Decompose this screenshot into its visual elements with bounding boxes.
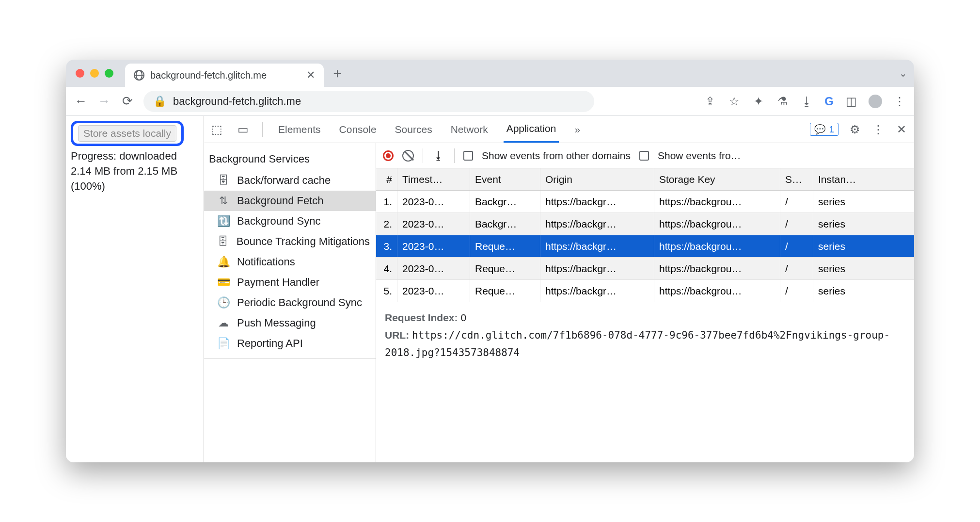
cell-scope: /: [780, 191, 813, 212]
table-row[interactable]: 1.2023-0…Backgr…https://backgr…https://b…: [376, 191, 914, 213]
url-value: https://cdn.glitch.com/7f1b6896-078d-477…: [385, 329, 890, 359]
divider: [262, 122, 263, 137]
checkbox-show-events[interactable]: [639, 151, 649, 161]
sidebar-item-icon: ☁: [217, 317, 230, 329]
cell-storage-key: https://backgrou…: [654, 191, 780, 212]
globe-icon: [134, 70, 144, 81]
sidebar-item[interactable]: 🗄Back/forward cache: [204, 170, 376, 191]
download-icon[interactable]: ⭳: [800, 95, 814, 108]
record-icon[interactable]: [383, 150, 394, 161]
sidebar-item[interactable]: 🔃Background Sync: [204, 211, 376, 231]
col-instance[interactable]: Instan…: [813, 168, 914, 190]
col-storage-key[interactable]: Storage Key: [654, 168, 780, 190]
kebab-icon[interactable]: ⋮: [871, 123, 885, 136]
chat-icon: 💬: [814, 124, 826, 135]
col-timestamp[interactable]: Timest…: [397, 168, 470, 190]
cell-number: 1.: [376, 191, 397, 212]
titlebar: background-fetch.glitch.me ✕ ＋ ⌄: [66, 60, 914, 87]
cell-number: 4.: [376, 258, 397, 279]
tab-console[interactable]: Console: [336, 116, 379, 143]
sidebar-item[interactable]: 🔔Notifications: [204, 252, 376, 272]
cell-event: Reque…: [470, 258, 540, 279]
inspect-icon[interactable]: ⬚: [210, 123, 223, 136]
browser-window: background-fetch.glitch.me ✕ ＋ ⌄ ← → ⟳ 🔒…: [66, 60, 914, 462]
checkbox-other-domains[interactable]: [463, 151, 473, 161]
new-tab-button[interactable]: ＋: [331, 64, 344, 82]
url-label: URL:: [385, 329, 409, 341]
issues-badge[interactable]: 💬 1: [810, 123, 838, 136]
cell-scope: /: [780, 213, 813, 235]
forward-button[interactable]: →: [97, 94, 111, 109]
back-button[interactable]: ←: [74, 94, 88, 109]
google-icon[interactable]: G: [824, 95, 834, 108]
cell-origin: https://backgr…: [540, 280, 654, 302]
tab-sources[interactable]: Sources: [392, 116, 435, 143]
address-bar: ← → ⟳ 🔒 background-fetch.glitch.me ⇪ ☆ ✦…: [66, 87, 914, 116]
omnibox[interactable]: 🔒 background-fetch.glitch.me: [143, 91, 594, 112]
sidebar-item[interactable]: ☁Push Messaging: [204, 313, 376, 333]
devtools-panel: ⬚ ▭ Elements Console Sources Network App…: [204, 116, 914, 462]
events-table: # Timest… Event Origin Storage Key S… In…: [376, 168, 914, 302]
cell-storage-key: https://backgrou…: [654, 235, 780, 257]
table-row[interactable]: 5.2023-0…Reque…https://backgr…https://ba…: [376, 280, 914, 302]
minimize-window-icon[interactable]: [90, 69, 99, 78]
issues-count: 1: [829, 124, 834, 135]
tabs-more[interactable]: »: [571, 116, 583, 143]
cell-origin: https://backgr…: [540, 213, 654, 235]
sidebar-item-label: Background Fetch: [237, 195, 324, 207]
col-origin[interactable]: Origin: [540, 168, 654, 190]
maximize-window-icon[interactable]: [105, 69, 113, 78]
clear-icon[interactable]: [402, 150, 414, 162]
cell-storage-key: https://backgrou…: [654, 280, 780, 302]
save-icon[interactable]: ⭳: [432, 149, 445, 163]
cell-instance: series: [813, 235, 914, 257]
sidebar-item-icon: 💳: [217, 276, 230, 289]
tabs-overflow-icon[interactable]: ⌄: [899, 67, 907, 79]
sidebar-item-label: Push Messaging: [237, 317, 316, 329]
sidebar-item[interactable]: ⇅Background Fetch: [204, 191, 376, 211]
sidebar-item-icon: 📄: [217, 337, 230, 350]
cell-instance: series: [813, 258, 914, 279]
table-row[interactable]: 4.2023-0…Reque…https://backgr…https://ba…: [376, 258, 914, 280]
col-scope[interactable]: S…: [780, 168, 813, 190]
col-number[interactable]: #: [376, 168, 397, 190]
cell-timestamp: 2023-0…: [397, 258, 470, 279]
events-toolbar: ⭳ Show events from other domains Show ev…: [376, 143, 914, 168]
sidebar-item-label: Background Sync: [237, 215, 320, 228]
menu-icon[interactable]: ⋮: [893, 95, 906, 108]
sidebar-item[interactable]: 📄Reporting API: [204, 333, 376, 354]
profile-avatar[interactable]: [869, 95, 882, 108]
cell-instance: series: [813, 280, 914, 302]
cell-event: Backgr…: [470, 213, 540, 235]
close-tab-icon[interactable]: ✕: [306, 69, 315, 82]
close-window-icon[interactable]: [76, 69, 84, 78]
cell-storage-key: https://backgrou…: [654, 258, 780, 279]
bookmark-icon[interactable]: ☆: [727, 95, 741, 108]
tab-elements[interactable]: Elements: [275, 116, 324, 143]
reading-list-icon[interactable]: ◫: [844, 95, 858, 108]
device-toggle-icon[interactable]: ▭: [236, 123, 250, 136]
tab-network[interactable]: Network: [448, 116, 491, 143]
share-icon[interactable]: ⇪: [703, 95, 717, 108]
extensions-icon[interactable]: ✦: [752, 95, 765, 108]
sidebar-item-label: Periodic Background Sync: [237, 296, 362, 309]
reload-button[interactable]: ⟳: [120, 94, 135, 109]
sidebar-item-icon: 🔔: [217, 256, 230, 268]
close-devtools-icon[interactable]: ✕: [895, 123, 908, 136]
store-assets-button[interactable]: Store assets locally: [78, 125, 176, 142]
divider: [423, 148, 423, 163]
sidebar-item[interactable]: 🕒Periodic Background Sync: [204, 293, 376, 313]
tab-application[interactable]: Application: [504, 116, 559, 143]
page-content: Store assets locally Progress: downloade…: [66, 116, 204, 462]
settings-icon[interactable]: ⚙: [848, 123, 862, 136]
sidebar-item[interactable]: 💳Payment Handler: [204, 272, 376, 293]
table-row[interactable]: 3.2023-0…Reque…https://backgr…https://ba…: [376, 235, 914, 258]
main-area: Store assets locally Progress: downloade…: [66, 116, 914, 462]
browser-tab[interactable]: background-fetch.glitch.me ✕: [125, 64, 324, 87]
cell-scope: /: [780, 258, 813, 279]
sidebar-item[interactable]: 🗄Bounce Tracking Mitigations: [204, 231, 376, 252]
table-row[interactable]: 2.2023-0…Backgr…https://backgr…https://b…: [376, 213, 914, 235]
tab-title: background-fetch.glitch.me: [150, 70, 267, 81]
flask-icon[interactable]: ⚗: [776, 95, 790, 108]
col-event[interactable]: Event: [470, 168, 540, 190]
